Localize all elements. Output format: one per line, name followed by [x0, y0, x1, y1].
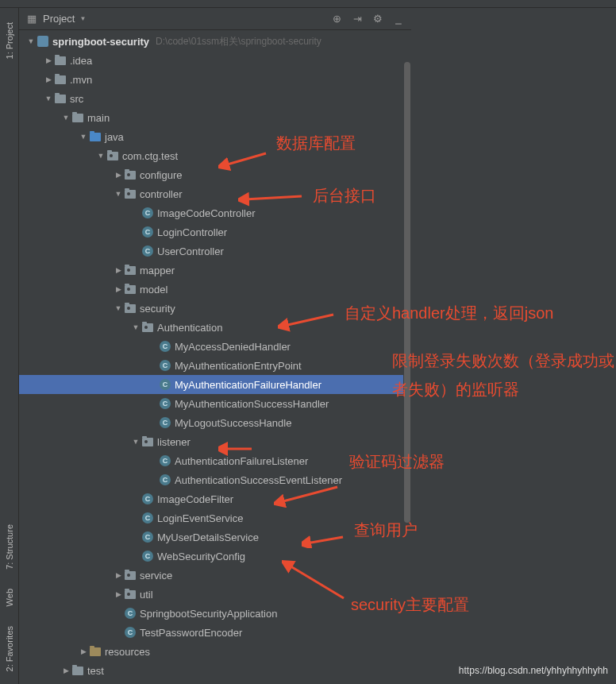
- arrow-down-icon: ▼: [25, 36, 37, 47]
- tree-myLogoutSuccessHandle[interactable]: C MyLogoutSuccessHandle: [19, 413, 411, 432]
- folder-icon: [54, 54, 67, 67]
- tree-imageCodeController[interactable]: C ImageCodeController: [19, 203, 411, 222]
- tree-authentication[interactable]: ▼ Authentication: [19, 318, 411, 337]
- tree-listener[interactable]: ▼ listener: [19, 432, 411, 451]
- settings-icon[interactable]: ⚙: [372, 13, 384, 25]
- arrow-down-icon: ▼: [43, 93, 54, 104]
- tree-idea[interactable]: ▶ .idea: [19, 51, 411, 70]
- tree-myAuthenticationSuccessHandler[interactable]: C MyAuthenticationSuccessHandler: [19, 394, 411, 413]
- hide-icon[interactable]: ⎯: [392, 13, 405, 25]
- collapse-icon[interactable]: ⇥: [351, 13, 364, 25]
- tree-springbootSecurityApplication[interactable]: C SpringbootSecurityApplication: [19, 604, 411, 623]
- dropdown-icon[interactable]: ▼: [79, 15, 86, 22]
- tree-myAuthenticationEntryPoint[interactable]: C MyAuthenticationEntryPoint: [19, 356, 411, 375]
- src-label: src: [70, 93, 83, 105]
- locate-icon[interactable]: ⊕: [330, 13, 343, 25]
- tree-controller[interactable]: ▼ controller: [19, 184, 411, 203]
- folder-blue-icon: [89, 130, 102, 143]
- tree-util[interactable]: ▶ util: [19, 585, 411, 604]
- arrow-right-icon: ▶: [113, 169, 124, 180]
- annotation-login-fail: 限制登录失败次数（登录成功或者失败）的监听器: [392, 346, 614, 404]
- myAccessDeniedHandler-label: MyAccessDeniedHandler: [175, 341, 291, 353]
- authenticationFailureListener-label: AuthenticationFailureListener: [175, 455, 308, 467]
- tree-loginController[interactable]: C LoginController: [19, 222, 411, 242]
- breadcrumb-bar: [0, 0, 616, 8]
- tree-testPasswordEncoder[interactable]: C TestPasswordEncoder: [19, 623, 411, 642]
- package-icon: [124, 187, 137, 200]
- package-icon: [124, 264, 137, 276]
- loginEventService-label: LoginEventService: [157, 512, 243, 524]
- folder-icon: [71, 664, 84, 677]
- folder-icon: [71, 111, 84, 124]
- arrow-right-icon: ▶: [113, 284, 124, 295]
- java-label: java: [105, 131, 124, 143]
- class-icon: C: [159, 359, 171, 372]
- class-icon: C: [141, 245, 154, 257]
- arrow-right-icon: ▶: [78, 646, 89, 657]
- tree-authenticationFailureListener[interactable]: C AuthenticationFailureListener: [19, 451, 411, 470]
- arrow-down-icon: ▼: [113, 303, 124, 314]
- sidebar-tab-favorites[interactable]: 2: Favorites: [3, 620, 16, 678]
- arrow-right-icon: ▶: [43, 55, 54, 66]
- tree-myAccessDeniedHandler[interactable]: C MyAccessDeniedHandler: [19, 337, 411, 356]
- authentication-label: Authentication: [157, 322, 222, 334]
- tree-root[interactable]: ▼ springboot-security D:\code\01ssm相关\sp…: [19, 32, 411, 51]
- tree-myAuthenticationFailureHandler[interactable]: C MyAuthenticationFailureHandler: [19, 375, 411, 394]
- myLogoutSuccessHandle-label: MyLogoutSuccessHandle: [175, 417, 291, 429]
- configure-label: configure: [140, 169, 182, 181]
- tree-model[interactable]: ▶ model: [19, 280, 411, 299]
- class-icon: C: [124, 626, 137, 639]
- myAuthenticationSuccessHandler-label: MyAuthenticationSuccessHandler: [175, 398, 329, 410]
- tree-myUserDetailsService[interactable]: C MyUserDetailsService: [19, 527, 411, 547]
- idea-label: .idea: [70, 55, 92, 67]
- folder-icon: [54, 73, 67, 86]
- tree-mapper[interactable]: ▶ mapper: [19, 261, 411, 280]
- tree-java[interactable]: ▼ java: [19, 127, 411, 146]
- package-icon: [124, 283, 137, 296]
- sidebar-tab-structure[interactable]: 7: Structure: [3, 518, 16, 576]
- tree-src[interactable]: ▼ src: [19, 89, 411, 108]
- resources-icon: [89, 645, 102, 658]
- project-label[interactable]: Project: [43, 13, 75, 25]
- tree-configure[interactable]: ▶ configure: [19, 165, 411, 184]
- tree-imageCodeFilter[interactable]: C ImageCodeFilter: [19, 489, 411, 508]
- userController-label: UserController: [157, 245, 224, 257]
- arrow-down-icon: ▼: [78, 131, 89, 142]
- folder-icon: [54, 92, 67, 105]
- package-icon: [124, 569, 137, 582]
- tree-mvn[interactable]: ▶ .mvn: [19, 70, 411, 89]
- listener-label: listener: [157, 436, 191, 448]
- myAuthenticationEntryPoint-label: MyAuthenticationEntryPoint: [175, 360, 302, 372]
- tree-authenticationSuccessEventListener[interactable]: C AuthenticationSuccessEventListener: [19, 470, 411, 489]
- class-icon: C: [141, 226, 154, 238]
- tree-package[interactable]: ▼ com.ctg.test: [19, 146, 411, 165]
- sidebar-tab-project[interactable]: 1: Project: [3, 16, 16, 65]
- imageCodeFilter-label: ImageCodeFilter: [157, 493, 233, 505]
- tree-main[interactable]: ▼ main: [19, 108, 411, 127]
- authenticationSuccessEventListener-label: AuthenticationSuccessEventListener: [175, 474, 342, 486]
- package-icon: [141, 435, 154, 448]
- tree-service[interactable]: ▶ service: [19, 566, 411, 585]
- project-toolbar: ▦ Project ▼ ⊕ ⇥ ⚙ ⎯: [19, 8, 411, 30]
- arrow-down-icon: ▼: [60, 112, 71, 123]
- tree-loginEventService[interactable]: C LoginEventService: [19, 508, 411, 527]
- sidebar-tab-web[interactable]: Web: [3, 582, 16, 613]
- tree-webSecurityConfig[interactable]: C WebSecurityConfig: [19, 547, 411, 566]
- tree-resources[interactable]: ▶ resources: [19, 642, 411, 661]
- arrow-down-icon: ▼: [130, 436, 141, 447]
- class-icon: C: [159, 473, 171, 486]
- arrow-down-icon: ▼: [95, 150, 106, 161]
- project-icon: ▦: [25, 13, 38, 25]
- tree-test[interactable]: ▶ test: [19, 661, 411, 680]
- util-label: util: [140, 589, 153, 601]
- mapper-label: mapper: [140, 265, 175, 276]
- package-icon: [124, 588, 137, 601]
- root-path: D:\code\01ssm相关\springboot-security: [156, 35, 321, 48]
- scrollbar[interactable]: [403, 30, 411, 684]
- arrow-down-icon: ▼: [130, 322, 141, 333]
- security-label: security: [140, 303, 175, 315]
- tree-userController[interactable]: C UserController: [19, 242, 411, 261]
- arrow-right-icon: ▶: [113, 589, 124, 600]
- scrollbar-thumb[interactable]: [404, 62, 410, 523]
- tree-security[interactable]: ▼ security: [19, 299, 411, 318]
